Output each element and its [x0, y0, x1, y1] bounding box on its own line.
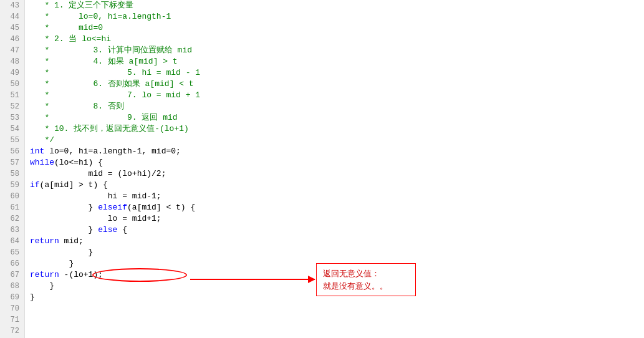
- comment-text: * lo=0, hi=a.length-1: [30, 11, 171, 22]
- line-number: 59: [5, 180, 19, 191]
- keyword: int: [30, 146, 44, 157]
- line-number: 58: [5, 168, 19, 180]
- keyword: while: [30, 157, 54, 168]
- line-number: 53: [5, 112, 19, 123]
- code-line: * 9. 返回 mid: [30, 112, 644, 123]
- line-number: 68: [5, 281, 19, 292]
- line-number: 56: [5, 146, 19, 157]
- line-number: 63: [5, 225, 19, 236]
- code-text: }: [30, 292, 35, 303]
- comment-text: * 8. 否则: [30, 101, 124, 112]
- line-number: 49: [5, 67, 19, 79]
- line-number: 50: [5, 79, 19, 90]
- code-line: * 7. lo = mid + 1: [30, 90, 644, 101]
- annotation-line2: 就是没有意义。。: [323, 281, 388, 291]
- code-line: * 10. 找不到，返回无意义值-(lo+1): [30, 123, 644, 135]
- comment-text: * 10. 找不到，返回无意义值-(lo+1): [30, 123, 189, 135]
- code-line: * lo=0, hi=a.length-1: [30, 11, 644, 22]
- code-line: * 1. 定义三个下标变量: [30, 0, 644, 11]
- keyword: if: [30, 180, 40, 191]
- comment-text: * 7. lo = mid + 1: [30, 90, 200, 101]
- line-number: 66: [5, 258, 19, 269]
- line-number: 71: [5, 314, 19, 326]
- line-number: 55: [5, 135, 19, 146]
- line-number: 44: [5, 11, 19, 22]
- comment-text: * 1. 定义三个下标变量: [30, 0, 133, 11]
- code-text: mid = (lo+hi)/2;: [30, 168, 166, 180]
- code-line: }: [30, 247, 644, 258]
- code-line: * 5. hi = mid - 1: [30, 67, 644, 79]
- line-number: 45: [5, 22, 19, 34]
- code-area[interactable]: * 1. 定义三个下标变量 * lo=0, hi=a.length-1 * mi…: [25, 0, 644, 338]
- line-number: 61: [5, 202, 19, 213]
- comment-text: * mid=0: [30, 22, 103, 34]
- line-numbers: 4344454647484950515253545556575859606162…: [0, 0, 25, 338]
- comment-text: * 9. 返回 mid: [30, 112, 178, 123]
- line-number: 65: [5, 247, 19, 258]
- code-line: [30, 303, 644, 314]
- keyword: return: [30, 236, 59, 247]
- code-line: int lo=0, hi=a.length-1, mid=0;: [30, 146, 644, 157]
- line-number: 47: [5, 45, 19, 56]
- line-number: 51: [5, 90, 19, 101]
- code-text: }: [30, 281, 54, 292]
- code-line: [30, 326, 644, 337]
- line-number: 52: [5, 101, 19, 112]
- line-number: 67: [5, 269, 19, 281]
- line-number: 54: [5, 123, 19, 135]
- comment-text: * 2. 当 lo<=hi: [30, 34, 111, 45]
- line-number: 64: [5, 236, 19, 247]
- line-number: 43: [5, 0, 19, 11]
- code-line: } else if(a[mid] < t) {: [30, 202, 644, 213]
- code-container: 4344454647484950515253545556575859606162…: [0, 0, 644, 338]
- annotation-line1: 返回无意义值：: [323, 269, 380, 278]
- keyword: return: [30, 269, 59, 281]
- line-number: 72: [5, 326, 19, 337]
- line-number: 60: [5, 191, 19, 202]
- code-line: * mid=0: [30, 22, 644, 34]
- code-line: */: [30, 135, 644, 146]
- line-number: 46: [5, 34, 19, 45]
- keyword: else: [98, 202, 117, 213]
- code-text: }: [30, 247, 93, 258]
- comment-text: * 3. 计算中间位置赋给 mid: [30, 45, 192, 56]
- code-text: lo = mid+1;: [30, 213, 161, 225]
- code-line: * 6. 否则如果 a[mid] < t: [30, 79, 644, 90]
- code-line: * 2. 当 lo<=hi: [30, 34, 644, 45]
- code-line: * 3. 计算中间位置赋给 mid: [30, 45, 644, 56]
- line-number: 48: [5, 56, 19, 67]
- code-text: }: [30, 258, 74, 269]
- code-line: [30, 314, 644, 326]
- code-line: mid = (lo+hi)/2;: [30, 168, 644, 180]
- code-line: lo = mid+1;: [30, 213, 644, 225]
- code-text: hi = mid-1;: [30, 191, 161, 202]
- code-line: } else {: [30, 225, 644, 236]
- line-number: 69: [5, 292, 19, 303]
- code-line: * 4. 如果 a[mid] > t: [30, 56, 644, 67]
- annotation-box: 返回无意义值： 就是没有意义。。: [316, 263, 416, 296]
- line-number: 70: [5, 303, 19, 314]
- code-line: while(lo<=hi) {: [30, 157, 644, 168]
- comment-text: * 4. 如果 a[mid] > t: [30, 56, 178, 67]
- line-number: 57: [5, 157, 19, 168]
- line-number: 62: [5, 213, 19, 225]
- keyword: if: [117, 202, 127, 213]
- comment-text: */: [30, 135, 54, 146]
- code-line: hi = mid-1;: [30, 191, 644, 202]
- code-line: return mid;: [30, 236, 644, 247]
- comment-text: * 5. hi = mid - 1: [30, 67, 200, 79]
- code-line: * 8. 否则: [30, 101, 644, 112]
- comment-text: * 6. 否则如果 a[mid] < t: [30, 79, 194, 90]
- code-line: if(a[mid] > t) {: [30, 180, 644, 191]
- keyword: else: [98, 225, 117, 236]
